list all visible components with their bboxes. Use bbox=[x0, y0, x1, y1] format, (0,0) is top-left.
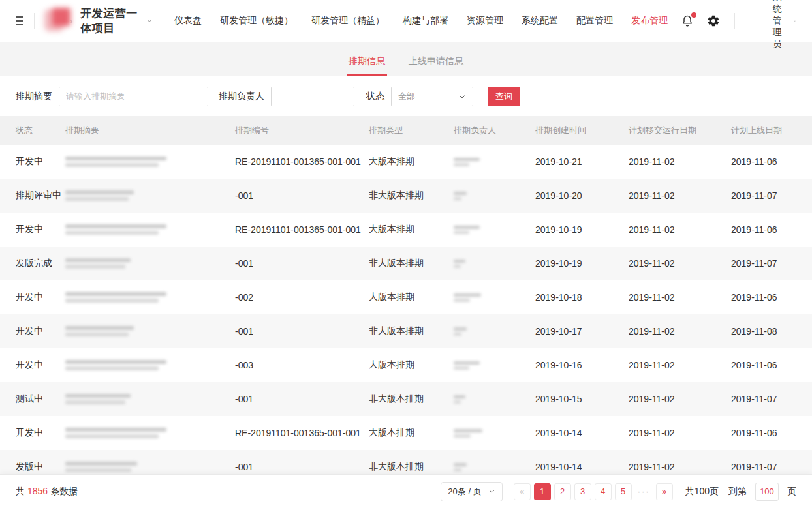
tab-launch-application-info[interactable]: 上线申请信息 bbox=[409, 55, 463, 76]
column-header: 排期创建时间 bbox=[535, 125, 629, 136]
table-row[interactable]: 开发中 -002 大版本排期 2019-10-18 2019-11-02 201… bbox=[0, 280, 812, 314]
user-name: 系统管理员 bbox=[773, 0, 788, 50]
handover-date-cell: 2019-11-02 bbox=[629, 394, 731, 404]
nav-item[interactable]: 配置管理 bbox=[576, 15, 613, 27]
owner-filter-label: 排期负责人 bbox=[219, 91, 264, 102]
select-chevron-down-icon bbox=[458, 93, 466, 100]
schedule-type-cell: 非大版本排期 bbox=[369, 393, 454, 405]
prev-page-button[interactable]: « bbox=[514, 483, 531, 500]
status-filter-value: 全部 bbox=[398, 91, 415, 102]
status-cell: 开发中 bbox=[16, 224, 65, 235]
pagination: 20条 / 页 « 12345 ··· » 共100页 到第 页 bbox=[441, 482, 796, 501]
summary-cell-redacted bbox=[65, 290, 235, 305]
schedule-number-cell: -001 bbox=[235, 258, 369, 269]
nav-item[interactable]: 系统配置 bbox=[522, 15, 558, 27]
summary-cell-redacted bbox=[65, 256, 235, 271]
table-row[interactable]: 排期评审中 -001 非大版本排期 2019-10-20 2019-11-02 … bbox=[0, 179, 812, 213]
handover-date-cell: 2019-11-02 bbox=[629, 224, 731, 235]
created-date-cell: 2019-10-14 bbox=[535, 428, 629, 438]
launch-date-cell: 2019-11-07 bbox=[731, 394, 812, 404]
next-page-button[interactable]: » bbox=[656, 483, 673, 500]
page-button[interactable]: 1 bbox=[534, 483, 551, 500]
hamburger-menu-icon[interactable] bbox=[16, 16, 23, 25]
table-row[interactable]: 开发中 RE-20191101-001365-001-001 大版本排期 201… bbox=[0, 213, 812, 247]
launch-date-cell: 2019-11-06 bbox=[731, 157, 812, 167]
page-button[interactable]: 2 bbox=[554, 483, 571, 500]
summary-cell-redacted bbox=[65, 425, 235, 441]
column-header: 排期摘要 bbox=[65, 125, 235, 136]
table-row[interactable]: 开发中 -001 非大版本排期 2019-10-17 2019-11-02 20… bbox=[0, 314, 812, 348]
table-row[interactable]: 发版完成 -001 非大版本排期 2019-10-19 2019-11-02 2… bbox=[0, 247, 812, 280]
page-button[interactable]: 3 bbox=[574, 483, 591, 500]
nav-item[interactable]: 研发管理（敏捷） bbox=[220, 15, 293, 27]
launch-date-cell: 2019-11-06 bbox=[731, 292, 812, 303]
status-cell: 开发中 bbox=[16, 359, 65, 371]
filter-bar: 排期摘要 排期负责人 状态 全部 查询 bbox=[0, 76, 812, 116]
tab-schedule-info[interactable]: 排期信息 bbox=[349, 55, 385, 76]
handover-date-cell: 2019-11-02 bbox=[629, 326, 731, 336]
settings-gear-icon[interactable] bbox=[707, 14, 720, 27]
schedule-type-cell: 大版本排期 bbox=[369, 291, 454, 303]
page-ellipsis: ··· bbox=[635, 486, 653, 496]
column-header: 计划移交运行日期 bbox=[629, 125, 731, 136]
handover-date-cell: 2019-11-02 bbox=[629, 157, 731, 167]
created-date-cell: 2019-10-14 bbox=[535, 462, 629, 472]
handover-date-cell: 2019-11-02 bbox=[629, 462, 731, 472]
summary-cell-redacted bbox=[65, 357, 235, 373]
status-filter-select[interactable]: 全部 bbox=[391, 87, 473, 106]
schedule-number-cell: -002 bbox=[235, 292, 369, 303]
created-date-cell: 2019-10-21 bbox=[535, 157, 629, 167]
owner-cell-redacted bbox=[454, 325, 535, 338]
page-button[interactable]: 5 bbox=[615, 483, 632, 500]
owner-filter-input[interactable] bbox=[271, 87, 354, 106]
owner-cell-redacted bbox=[454, 156, 535, 168]
schedule-type-cell: 大版本排期 bbox=[369, 224, 454, 235]
schedule-number-cell: -001 bbox=[235, 462, 369, 472]
schedule-type-cell: 大版本排期 bbox=[369, 359, 454, 371]
nav-item[interactable]: 仪表盘 bbox=[174, 15, 202, 27]
table-row[interactable]: 开发中 RE-20191101-001365-001-001 大版本排期 201… bbox=[0, 416, 812, 450]
owner-cell-redacted bbox=[454, 291, 535, 304]
app-header: › 开发运营一体项目 仪表盘研发管理（敏捷）研发管理（精益）构建与部署资源管理系… bbox=[0, 0, 812, 42]
schedule-number-cell: -001 bbox=[235, 394, 369, 404]
summary-filter-input[interactable] bbox=[59, 87, 208, 106]
logo bbox=[44, 8, 61, 34]
schedule-type-cell: 非大版本排期 bbox=[369, 461, 454, 473]
page-size-value: 20条 / 页 bbox=[448, 486, 481, 498]
table-row[interactable]: 开发中 RE-20191101-001365-001-001 大版本排期 201… bbox=[0, 145, 812, 179]
query-button[interactable]: 查询 bbox=[488, 87, 520, 106]
summary-cell-redacted bbox=[65, 188, 235, 203]
user-menu[interactable]: 系统管理员 bbox=[757, 0, 796, 50]
notification-bell-icon[interactable] bbox=[681, 14, 694, 27]
schedule-number-cell: RE-20191101-001365-001-001 bbox=[235, 157, 369, 167]
owner-cell-redacted bbox=[454, 359, 535, 372]
project-switch-chevron-icon[interactable] bbox=[147, 17, 152, 25]
created-date-cell: 2019-10-16 bbox=[535, 360, 629, 370]
summary-cell-redacted bbox=[65, 459, 235, 474]
nav-item[interactable]: 构建与部署 bbox=[403, 15, 448, 27]
schedule-type-cell: 非大版本排期 bbox=[369, 325, 454, 337]
nav-item[interactable]: 发布管理 bbox=[631, 15, 668, 27]
nav-item[interactable]: 资源管理 bbox=[467, 15, 503, 27]
schedule-type-cell: 大版本排期 bbox=[369, 427, 454, 439]
page-button[interactable]: 4 bbox=[595, 483, 612, 500]
table-row[interactable]: 开发中 -003 大版本排期 2019-10-16 2019-11-02 201… bbox=[0, 348, 812, 382]
launch-date-cell: 2019-11-06 bbox=[731, 224, 812, 235]
nav-item[interactable]: 研发管理（精益） bbox=[311, 15, 384, 27]
page-size-select[interactable]: 20条 / 页 bbox=[441, 482, 502, 501]
column-header: 排期编号 bbox=[235, 125, 369, 136]
goto-page-input[interactable] bbox=[755, 483, 779, 501]
schedule-type-cell: 非大版本排期 bbox=[369, 190, 454, 202]
summary-cell-redacted bbox=[65, 154, 235, 170]
summary-filter-label: 排期摘要 bbox=[16, 91, 52, 102]
status-cell: 排期评审中 bbox=[16, 190, 65, 202]
status-cell: 开发中 bbox=[16, 427, 65, 439]
handover-date-cell: 2019-11-02 bbox=[629, 258, 731, 269]
table-row[interactable]: 测试中 -001 非大版本排期 2019-10-15 2019-11-02 20… bbox=[0, 382, 812, 416]
status-cell: 开发中 bbox=[16, 325, 65, 337]
table-body: 开发中 RE-20191101-001365-001-001 大版本排期 201… bbox=[0, 145, 812, 474]
table-row[interactable]: 发版中 -001 非大版本排期 2019-10-14 2019-11-02 20… bbox=[0, 450, 812, 474]
status-cell: 发版完成 bbox=[16, 258, 65, 269]
owner-cell-redacted bbox=[454, 258, 535, 270]
goto-page-label: 到第 bbox=[728, 486, 747, 498]
